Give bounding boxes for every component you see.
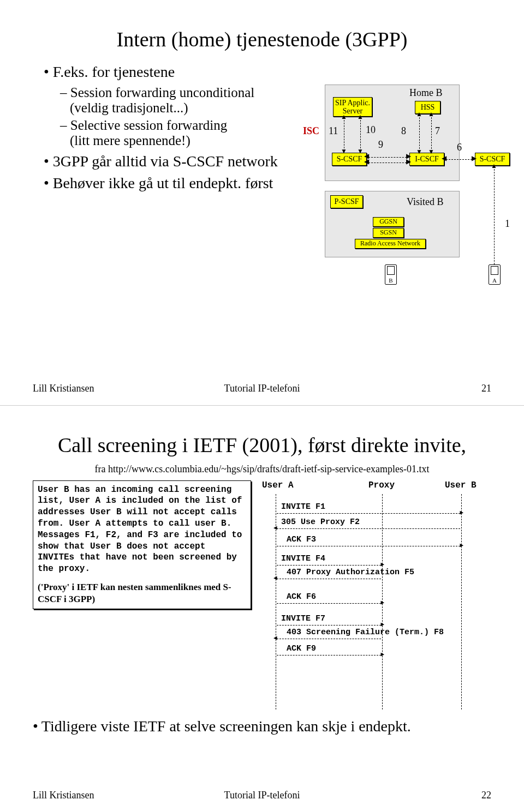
arrow — [277, 603, 381, 604]
arrow — [277, 528, 460, 529]
slide1-title: Intern (home) tjenestenode (3GPP) — [33, 27, 491, 52]
bullet: Behøver ikke gå ut til endepkt. først — [44, 175, 306, 192]
visited-b-label: Visited B — [407, 196, 443, 208]
msg-ack-f9: ACK F9 — [287, 644, 316, 653]
seq-user-a: User A — [262, 480, 294, 490]
description-text: User B has an incoming call screening li… — [38, 484, 246, 575]
slide2-title: Call screening i IETF (2001), først dire… — [33, 433, 491, 458]
arrow — [368, 157, 407, 158]
num-6: 6 — [457, 142, 462, 153]
arrow — [431, 115, 432, 152]
seq-user-b: User B — [445, 480, 477, 490]
slide2-subtitle: fra http://www.cs.columbia.edu/~hgs/sip/… — [33, 464, 491, 475]
msg-403-f8: 403 Screening Failure (Term.) F8 — [287, 628, 444, 637]
arrow — [277, 655, 381, 655]
footer-center: Tutorial IP-telefoni — [33, 383, 491, 394]
arrow — [446, 159, 472, 160]
num-8: 8 — [401, 125, 406, 137]
msg-ack-f6: ACK F6 — [287, 592, 316, 602]
msg-invite-f4: INVITE F4 — [281, 554, 325, 563]
seq-proxy: Proxy — [368, 480, 395, 490]
arrow — [494, 166, 495, 267]
num-7: 7 — [435, 125, 440, 137]
ran-box: Radio Access Network — [355, 239, 426, 249]
footer-center: Tutorial IP-telefoni — [33, 790, 491, 801]
sub-bullet: Selective session forwarding(litt mere s… — [60, 118, 306, 148]
arrow — [277, 513, 460, 514]
arrow — [344, 117, 344, 151]
slide-1: Intern (home) tjenestenode (3GPP) F.eks.… — [0, 0, 524, 406]
msg-305-f2: 305 Use Proxy F2 — [281, 518, 360, 527]
arrow — [419, 115, 420, 152]
bullet: F.eks. for tjenestene — [44, 63, 306, 81]
slide1-diagram: ISC Home B Visited B SIP Applic. Server … — [292, 76, 510, 311]
num-9: 9 — [378, 139, 383, 151]
msg-407-f5: 407 Proxy Authorization F5 — [287, 568, 414, 577]
phone-a-icon: A — [489, 264, 501, 285]
isc-label: ISC — [303, 125, 319, 137]
bullet: 3GPP går alltid via S-CSCF network — [44, 153, 306, 170]
slide2-body: User B has an incoming call screening li… — [33, 480, 491, 709]
p-scsf-box: P-SCSF — [330, 195, 363, 208]
slide1-footer: Lill Kristiansen Tutorial IP-telefoni 21 — [33, 383, 491, 394]
arrow — [277, 565, 381, 566]
arrow — [277, 639, 381, 639]
lifeline-b — [461, 494, 462, 709]
num-1: 1 — [505, 218, 510, 230]
arrow — [360, 117, 361, 151]
num-11: 11 — [329, 125, 338, 137]
sgsn-box: SGSN — [373, 228, 404, 238]
msg-ack-f3: ACK F3 — [287, 535, 316, 544]
arrow — [277, 546, 460, 546]
sip-applic-server-box: SIP Applic. Server — [333, 97, 372, 117]
arrow — [368, 163, 407, 163]
slide2-textbox: User B has an incoming call screening li… — [33, 480, 251, 709]
arrow — [277, 579, 381, 579]
phone-b-icon: B — [385, 264, 397, 285]
ggsn-box: GGSN — [373, 217, 404, 227]
slide2-conclusion: Tidligere viste IETF at selve screeninge… — [33, 718, 491, 735]
sub-bullet: Session forwarding unconditional(veldig … — [60, 85, 306, 116]
num-10: 10 — [366, 124, 376, 136]
note-text: ('Proxy' i IETF kan nesten sammenliknes … — [38, 581, 246, 605]
slide2-footer: Lill Kristiansen Tutorial IP-telefoni 22 — [33, 790, 491, 801]
sequence-diagram: User A Proxy User B INVITE F1 305 Use Pr… — [259, 480, 491, 709]
msg-invite-f1: INVITE F1 — [281, 502, 325, 512]
slide-2: Call screening i IETF (2001), først dire… — [0, 406, 524, 812]
msg-invite-f7: INVITE F7 — [281, 614, 325, 623]
i-cscf-box: I-CSCF — [409, 153, 444, 166]
slide1-bullets: F.eks. for tjenestene Session forwarding… — [44, 63, 306, 192]
arrow — [277, 625, 381, 625]
home-b-label: Home B — [409, 87, 443, 99]
